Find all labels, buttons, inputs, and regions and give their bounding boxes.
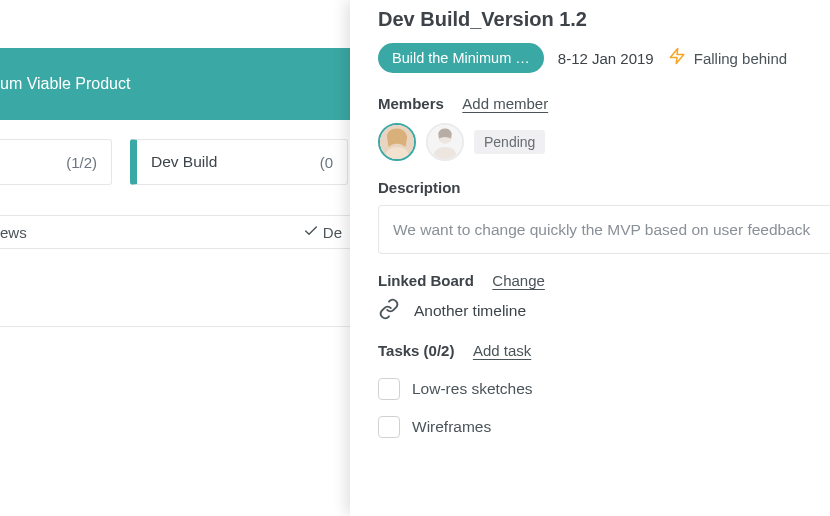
stage-tab-dev-build[interactable]: Dev Build (0 [130, 139, 348, 185]
meta-row: Build the Minimum … 8-12 Jan 2019 Fallin… [378, 43, 830, 73]
subtask-label-truncated: ews [0, 224, 303, 241]
tasks-label: Tasks (0/2) [378, 342, 454, 359]
linked-board-name: Another timeline [414, 302, 526, 320]
description-input[interactable]: We want to change quickly the MVP based … [378, 205, 830, 254]
add-task-link[interactable]: Add task [473, 342, 531, 359]
description-label: Description [378, 179, 461, 196]
task-label: Wireframes [412, 418, 491, 436]
task-item[interactable]: Low-res sketches [378, 370, 830, 408]
member-avatar[interactable] [378, 123, 416, 161]
task-item[interactable]: Wireframes [378, 408, 830, 446]
svg-marker-0 [670, 49, 684, 64]
members-label: Members [378, 95, 444, 112]
pending-badge: Pending [474, 130, 545, 154]
linked-board-change-link[interactable]: Change [492, 272, 545, 289]
status: Falling behind [668, 45, 787, 71]
stage-tab-count: (1/2) [66, 154, 97, 171]
parent-pill[interactable]: Build the Minimum … [378, 43, 544, 73]
stage-tab-count: (0 [320, 154, 333, 171]
description-section: Description We want to change quickly th… [378, 179, 830, 254]
linked-board-section: Linked Board Change Another timeline [378, 272, 830, 324]
check-icon [303, 223, 319, 242]
panel-title: Dev Build_Version 1.2 [378, 8, 830, 31]
bolt-icon [668, 45, 686, 71]
tasks-section: Tasks (0/2) Add task Low-res sketches Wi… [378, 342, 830, 446]
project-banner: um Viable Product [0, 48, 350, 120]
project-title-truncated: um Viable Product [0, 75, 130, 93]
stage-tab-label: Dev Build [151, 153, 320, 171]
chain-icon [378, 298, 400, 324]
linked-board-label: Linked Board [378, 272, 474, 289]
task-checkbox[interactable] [378, 416, 400, 438]
members-section: Members Add member Pending [378, 95, 830, 161]
task-checkbox[interactable] [378, 378, 400, 400]
description-text: We want to change quickly the MVP based … [393, 221, 810, 238]
date-range: 8-12 Jan 2019 [558, 50, 654, 67]
linked-board-row[interactable]: Another timeline [378, 298, 830, 324]
tasks-list: Low-res sketches Wireframes [378, 370, 830, 446]
subtask-suffix: De [323, 224, 342, 241]
detail-panel: Dev Build_Version 1.2 Build the Minimum … [350, 0, 830, 516]
pending-member-avatar[interactable] [426, 123, 464, 161]
stage-tabs: (1/2) Dev Build (0 [0, 139, 350, 185]
add-member-link[interactable]: Add member [462, 95, 548, 112]
parent-pill-label: Build the Minimum … [392, 50, 530, 66]
subtask-row[interactable]: ews De [0, 215, 350, 249]
status-text: Falling behind [694, 50, 787, 67]
stage-tab-prev[interactable]: (1/2) [0, 139, 112, 185]
timeline-background: um Viable Product (1/2) Dev Build (0 ews… [0, 0, 350, 516]
task-label: Low-res sketches [412, 380, 533, 398]
divider [0, 326, 350, 327]
members-row: Pending [378, 123, 830, 161]
